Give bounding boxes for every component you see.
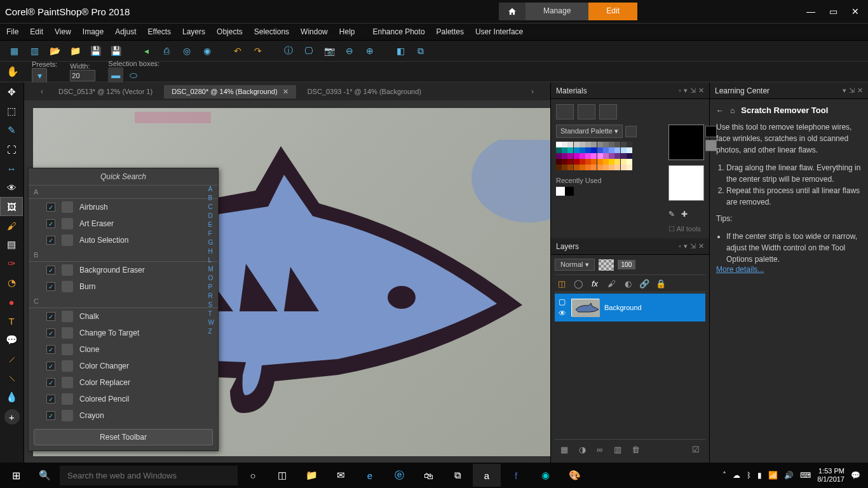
lc-back-icon[interactable]: ← bbox=[716, 106, 724, 115]
color-swatch[interactable] bbox=[567, 165, 573, 170]
color-swatch[interactable] bbox=[562, 159, 567, 165]
start-button[interactable]: ⊞ bbox=[3, 464, 29, 487]
alpha-letter[interactable]: T bbox=[208, 310, 214, 317]
color-swatch[interactable] bbox=[597, 142, 603, 147]
color-swatch[interactable] bbox=[585, 153, 591, 159]
copy-icon[interactable]: ⧉ bbox=[413, 43, 428, 58]
color-swatch[interactable] bbox=[627, 159, 632, 165]
layout-icon[interactable]: ◧ bbox=[393, 43, 408, 58]
color-swatch[interactable] bbox=[627, 153, 632, 159]
group-icon[interactable]: ▥ bbox=[612, 444, 623, 455]
lc-pin-icon[interactable]: ⇲ bbox=[849, 86, 855, 95]
home-tab[interactable] bbox=[499, 3, 526, 20]
tray-volume-icon[interactable]: 🔊 bbox=[784, 471, 794, 480]
tool-speech[interactable]: 💬 bbox=[0, 330, 23, 349]
checkbox-icon[interactable]: ✓ bbox=[46, 345, 55, 354]
layer-visibility-icon[interactable]: 👁 bbox=[559, 309, 566, 318]
color-swatch[interactable] bbox=[574, 142, 580, 147]
color-swatch[interactable] bbox=[603, 147, 609, 153]
color-swatch[interactable] bbox=[580, 147, 585, 153]
monitor-icon[interactable]: 🖵 bbox=[301, 43, 316, 58]
color-swatch[interactable] bbox=[614, 165, 620, 170]
alpha-letter[interactable]: F bbox=[208, 230, 214, 237]
color-swatch[interactable] bbox=[621, 142, 627, 147]
color-swatch[interactable] bbox=[562, 147, 567, 153]
menu-layers[interactable]: Layers bbox=[182, 27, 205, 36]
color-swatch[interactable] bbox=[591, 159, 597, 165]
delete-layer-icon[interactable]: 🗑 bbox=[630, 444, 641, 455]
alpha-letter[interactable]: B bbox=[208, 194, 214, 201]
qs-item[interactable]: ✓Change To Target bbox=[29, 325, 218, 341]
reset-toolbar-button[interactable]: Reset Toolbar bbox=[34, 429, 213, 445]
color-swatch[interactable] bbox=[609, 159, 614, 165]
ie-icon[interactable]: ⓔ bbox=[385, 464, 413, 487]
color-swatch[interactable] bbox=[597, 159, 603, 165]
tab-next[interactable]: › bbox=[527, 87, 538, 96]
tray-cloud-icon[interactable]: ☁ bbox=[733, 471, 740, 480]
dropbox-icon[interactable]: ⧉ bbox=[444, 464, 471, 487]
search-icon[interactable]: 🔍 bbox=[31, 464, 58, 487]
qs-item[interactable]: ✓Clone bbox=[29, 341, 218, 358]
tool-straighten[interactable]: ↔ bbox=[0, 159, 23, 178]
tray-bt-icon[interactable]: ᛒ bbox=[747, 471, 751, 480]
color-swatch[interactable] bbox=[585, 159, 591, 165]
alpha-letter[interactable]: L bbox=[208, 257, 214, 264]
color-swatch[interactable] bbox=[591, 153, 597, 159]
menu-objects[interactable]: Objects bbox=[217, 27, 243, 36]
checkbox-icon[interactable]: ✓ bbox=[46, 312, 55, 321]
alpha-letter[interactable]: W bbox=[208, 319, 214, 326]
alpha-letter[interactable]: R bbox=[208, 292, 214, 299]
save-icon[interactable]: 💾 bbox=[88, 43, 103, 58]
tool-liquify[interactable]: 💧 bbox=[0, 388, 23, 407]
tray-notifications-icon[interactable]: 💬 bbox=[851, 471, 860, 480]
layer-expand-icon[interactable]: ▢ bbox=[559, 297, 566, 306]
tray-battery-icon[interactable]: ▮ bbox=[757, 471, 762, 480]
app1-icon[interactable]: ◉ bbox=[531, 464, 559, 487]
color-swatch[interactable] bbox=[603, 165, 609, 170]
paintshop-icon[interactable]: 🎨 bbox=[560, 464, 588, 487]
color-swatch[interactable] bbox=[580, 159, 585, 165]
tray-up-icon[interactable]: ˄ bbox=[722, 471, 726, 480]
taskview-icon[interactable]: ◫ bbox=[268, 464, 296, 487]
adjust-layer-icon[interactable]: ◐ bbox=[622, 278, 634, 289]
color-swatch[interactable] bbox=[556, 147, 562, 153]
tool-eye[interactable]: 👁 bbox=[0, 178, 23, 197]
color-swatch[interactable] bbox=[574, 147, 580, 153]
selbox-square-icon[interactable]: ▬ bbox=[108, 67, 123, 83]
taskbar-search[interactable] bbox=[60, 466, 238, 485]
menu-user-interface[interactable]: User Interface bbox=[475, 27, 523, 36]
color-swatch[interactable] bbox=[609, 147, 614, 153]
open-icon[interactable]: 📂 bbox=[47, 43, 62, 58]
color-swatch[interactable] bbox=[614, 147, 620, 153]
color-swatch[interactable] bbox=[621, 147, 627, 153]
tray-wifi-icon[interactable]: 📶 bbox=[768, 471, 778, 480]
checkbox-icon[interactable]: ✓ bbox=[46, 362, 55, 370]
color-swatch[interactable] bbox=[556, 165, 562, 170]
edit-tab[interactable]: Edit bbox=[588, 3, 637, 20]
background-swatch[interactable] bbox=[668, 165, 704, 201]
color-swatch[interactable] bbox=[603, 153, 609, 159]
zoom-out-icon[interactable]: ⊖ bbox=[342, 43, 357, 58]
cortana-icon[interactable]: ○ bbox=[239, 464, 267, 487]
color-swatch[interactable] bbox=[597, 147, 603, 153]
lc-more-link[interactable]: More details... bbox=[716, 265, 764, 274]
print-icon[interactable]: ⎙ bbox=[159, 43, 174, 58]
foreground-swatch[interactable] bbox=[668, 125, 704, 160]
checkbox-icon[interactable]: ✓ bbox=[46, 266, 55, 274]
alpha-letter[interactable]: O bbox=[208, 274, 214, 281]
mask-icon[interactable]: ◯ bbox=[573, 278, 584, 289]
color-swatch[interactable] bbox=[597, 153, 603, 159]
qs-item[interactable]: ✓Auto Selection bbox=[29, 232, 218, 248]
color-swatch[interactable] bbox=[627, 147, 632, 153]
qs-item[interactable]: ✓Colored Pencil bbox=[29, 391, 218, 407]
panel-menu-icon[interactable]: ▾ bbox=[684, 86, 688, 95]
new-layer-icon[interactable]: ◫ bbox=[556, 278, 567, 289]
twain-icon[interactable]: ◎ bbox=[179, 43, 194, 58]
fg-style1[interactable] bbox=[705, 126, 717, 137]
color-swatch[interactable] bbox=[574, 159, 580, 165]
menu-enhance-photo[interactable]: Enhance Photo bbox=[372, 27, 424, 36]
tool-pen[interactable]: ✑ bbox=[0, 254, 23, 273]
grid-icon[interactable]: ▥ bbox=[27, 43, 42, 58]
hand-tool-icon[interactable]: ✋ bbox=[6, 65, 19, 78]
color-swatch[interactable] bbox=[567, 147, 573, 153]
